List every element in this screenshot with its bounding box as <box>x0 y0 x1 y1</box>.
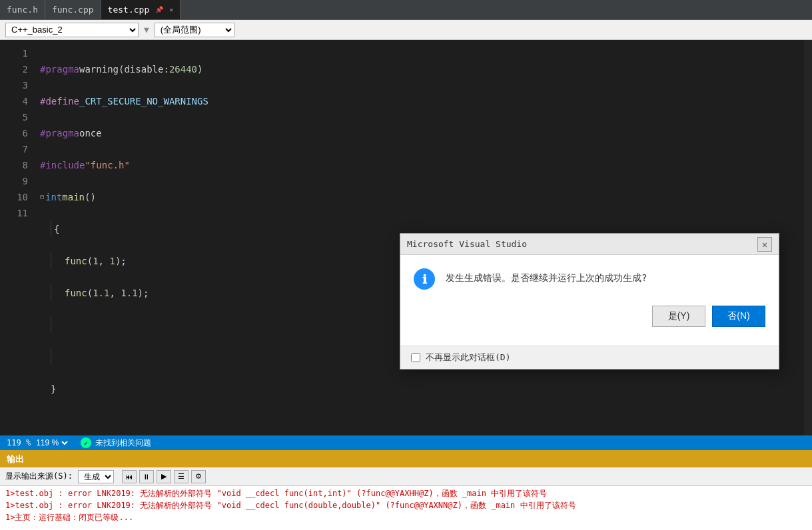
tab-func-cpp[interactable]: func.cpp <box>45 0 101 19</box>
zoom-select[interactable]: 119 % <box>33 437 70 448</box>
dont-show-label: 不再显示此对话框(D) <box>426 352 510 364</box>
toolbar: C++_basic_2 ▼ (全局范围) <box>0 20 812 40</box>
output-panel: 输出 显示输出来源(S): 生成 ⏮ ⏸ ▶ ☰ ⚙ 1>test.obj : … <box>0 450 812 530</box>
modal-title: Microsoft Visual Studio <box>407 239 527 249</box>
output-source-label: 显示输出来源(S): <box>5 471 73 482</box>
editor-area: 1 2 3 4 5 6 7 8 9 10 11 #pragma warning(… <box>0 40 812 435</box>
tab-bar: func.h func.cpp test.cpp 📌 ✕ <box>0 0 812 20</box>
scope-select[interactable]: (全局范围) <box>155 23 234 37</box>
modal-body: ℹ 发生生成错误。是否继续并运行上次的成功生成? 是(Y) 否(N) <box>400 255 779 346</box>
tab-test-cpp[interactable]: test.cpp 📌 ✕ <box>101 0 181 19</box>
output-header: 输出 <box>0 451 812 467</box>
modal-message-row: ℹ 发生生成错误。是否继续并运行上次的成功生成? <box>414 268 765 290</box>
dont-show-checkbox[interactable] <box>411 353 420 362</box>
output-source-select[interactable]: 生成 <box>78 470 114 483</box>
output-toolbar: 显示输出来源(S): 生成 ⏮ ⏸ ▶ ☰ ⚙ <box>0 467 812 486</box>
zoom-value: 119 % <box>7 438 31 447</box>
output-btn-3[interactable]: ▶ <box>157 470 171 483</box>
status-check: ✓ 未找到相关问题 <box>81 437 151 449</box>
output-btn-2[interactable]: ⏸ <box>139 470 154 483</box>
toolbar-arrow: ▼ <box>144 25 149 35</box>
status-bar: 119 % 119 % ✓ 未找到相关问题 <box>0 435 812 450</box>
modal-titlebar: Microsoft Visual Studio ✕ <box>400 234 779 255</box>
output-line-3: 1>主页：运行基础：闭页已等级... <box>5 511 807 523</box>
output-line-2: 1>test.obj : error LNK2019: 无法解析的外部符号 "v… <box>5 499 807 511</box>
dialog-yes-button[interactable]: 是(Y) <box>652 306 705 327</box>
modal-footer: 不再显示此对话框(D) <box>400 346 779 369</box>
output-btn-4[interactable]: ☰ <box>174 470 189 483</box>
modal-close-button[interactable]: ✕ <box>757 237 772 252</box>
tab-test-cpp-label: test.cpp <box>108 5 150 15</box>
project-select[interactable]: C++_basic_2 <box>5 23 139 37</box>
check-icon: ✓ <box>81 437 91 448</box>
modal-overlay: Microsoft Visual Studio ✕ ℹ 发生生成错误。是否继续并… <box>0 40 812 435</box>
tab-func-h[interactable]: func.h <box>0 0 45 19</box>
close-icon[interactable]: ✕ <box>169 6 173 13</box>
pin-icon: 📌 <box>155 6 163 13</box>
tab-func-h-label: func.h <box>7 5 38 15</box>
output-title: 输出 <box>7 453 24 465</box>
tab-func-cpp-label: func.cpp <box>52 5 94 15</box>
zoom-control: 119 % 119 % <box>7 437 70 448</box>
modal-message: 发生生成错误。是否继续并运行上次的成功生成? <box>446 268 647 285</box>
output-btn-5[interactable]: ⚙ <box>191 470 206 483</box>
dialog-no-button[interactable]: 否(N) <box>712 306 765 327</box>
modal-buttons: 是(Y) 否(N) <box>414 306 765 327</box>
output-btn-1[interactable]: ⏮ <box>122 470 137 483</box>
info-icon: ℹ <box>414 268 435 290</box>
modal-dialog: Microsoft Visual Studio ✕ ℹ 发生生成错误。是否继续并… <box>400 233 779 370</box>
status-message: 未找到相关问题 <box>95 437 151 449</box>
output-line-1: 1>test.obj : error LNK2019: 无法解析的外部符号 "v… <box>5 487 807 499</box>
output-content: 1>test.obj : error LNK2019: 无法解析的外部符号 "v… <box>0 486 812 530</box>
